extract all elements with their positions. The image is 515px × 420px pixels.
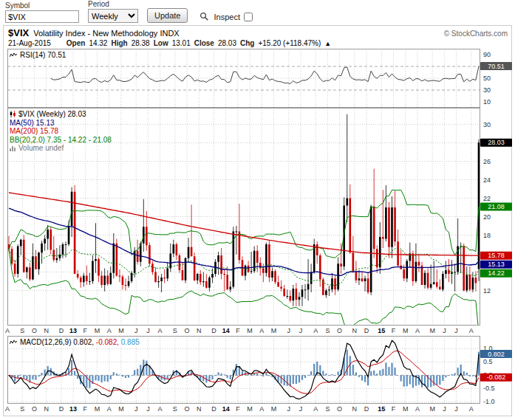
svg-text:M: M — [118, 327, 124, 334]
svg-text:A: A — [259, 327, 264, 334]
svg-text:N: N — [44, 327, 49, 334]
svg-text:S: S — [325, 327, 330, 334]
svg-text:J: J — [287, 327, 291, 334]
svg-text:A: A — [313, 405, 318, 413]
svg-text:30: 30 — [483, 86, 491, 94]
price-legend-symbol: $VIX (Weekly) 28.03 — [18, 110, 86, 118]
svg-text:O: O — [32, 327, 37, 334]
macd-hist-value: 0.885 — [121, 338, 140, 346]
svg-text:-0.5: -0.5 — [483, 385, 495, 392]
svg-text:O: O — [337, 405, 342, 413]
svg-text:50: 50 — [483, 75, 491, 82]
svg-text:12: 12 — [483, 287, 491, 295]
svg-text:M: M — [271, 327, 277, 334]
svg-text:D: D — [59, 327, 64, 334]
rsi-label: RSI(14) — [20, 51, 45, 59]
volume-bars-icon — [10, 145, 16, 151]
svg-text:-1.0: -1.0 — [483, 398, 495, 405]
svg-text:D: D — [211, 327, 216, 334]
svg-text:A: A — [313, 327, 318, 334]
svg-text:15.13: 15.13 — [488, 261, 505, 268]
svg-text:26: 26 — [483, 158, 491, 165]
svg-text:14.22: 14.22 — [488, 269, 505, 277]
svg-text:M: M — [95, 405, 100, 413]
indicator-line-icon — [10, 52, 18, 58]
svg-text:J: J — [299, 405, 303, 413]
svg-text:D: D — [364, 405, 369, 413]
svg-text:N: N — [197, 327, 202, 334]
svg-text:14: 14 — [222, 405, 230, 413]
svg-text:M: M — [403, 327, 409, 334]
svg-text:A: A — [107, 405, 112, 413]
svg-text:A: A — [415, 405, 420, 413]
svg-text:15.78: 15.78 — [488, 252, 505, 259]
svg-text:A: A — [107, 327, 112, 334]
svg-text:A: A — [259, 405, 264, 413]
chart-canvas: 121820222426283090705030101.00.50.0-0.5-… — [0, 0, 515, 420]
svg-text:M: M — [118, 405, 124, 413]
svg-text:F: F — [83, 405, 88, 413]
svg-text:20: 20 — [483, 213, 491, 221]
svg-text:S: S — [325, 405, 330, 413]
svg-text:24: 24 — [483, 176, 491, 184]
svg-text:S: S — [173, 327, 177, 334]
macd-label: MACD(12,26,9) — [20, 338, 71, 346]
svg-text:M: M — [403, 405, 409, 413]
svg-text:13: 13 — [69, 327, 77, 334]
svg-text:S: S — [173, 405, 177, 413]
indicator-line-icon — [10, 340, 18, 345]
svg-text:N: N — [352, 327, 358, 334]
svg-text:F: F — [392, 405, 396, 413]
price-legend-ma50: MA(50) 15.13 — [10, 119, 112, 128]
svg-text:A: A — [469, 327, 474, 334]
svg-text:D: D — [59, 405, 64, 413]
price-legend-bb: BB(20,2.0) 7.35 - 14.22 - 21.08 — [10, 136, 112, 145]
rsi-legend: RSI(14) 70.51 — [10, 51, 66, 60]
svg-text:S: S — [20, 405, 24, 413]
svg-text:J: J — [443, 405, 446, 413]
svg-text:J: J — [454, 327, 458, 334]
svg-text:J: J — [134, 405, 138, 413]
svg-text:0.5: 0.5 — [483, 358, 493, 365]
svg-text:O: O — [337, 327, 342, 334]
svg-text:O: O — [32, 405, 37, 413]
svg-text:F: F — [236, 405, 240, 413]
macd-signal-value: -0.082, — [96, 338, 119, 346]
svg-text:N: N — [197, 405, 202, 413]
candlestick-icon — [10, 111, 16, 117]
svg-text:-0.082: -0.082 — [487, 373, 506, 381]
svg-text:M: M — [429, 405, 435, 413]
svg-text:A: A — [5, 405, 10, 413]
svg-text:A: A — [469, 405, 474, 413]
svg-text:D: D — [211, 405, 216, 413]
svg-text:M: M — [429, 327, 435, 334]
svg-text:A: A — [158, 405, 163, 413]
svg-text:90: 90 — [483, 51, 491, 58]
svg-text:D: D — [364, 327, 369, 334]
svg-text:10: 10 — [483, 98, 491, 106]
svg-text:0.802: 0.802 — [488, 351, 505, 358]
svg-text:15: 15 — [378, 327, 385, 334]
rsi-value: 70.51 — [47, 51, 66, 59]
svg-text:J: J — [146, 405, 150, 413]
svg-text:J: J — [287, 405, 291, 413]
macd-legend: MACD(12,26,9) 0.802, -0.082, 0.885 — [10, 338, 140, 347]
svg-text:M: M — [247, 327, 253, 334]
svg-text:14: 14 — [222, 327, 230, 334]
svg-text:O: O — [185, 405, 190, 413]
svg-text:21.08: 21.08 — [488, 203, 505, 210]
svg-text:J: J — [134, 327, 138, 334]
svg-text:J: J — [299, 327, 303, 334]
stockcharts-app: Symbol Period Weekly Update Inspect 1218… — [0, 0, 515, 420]
svg-text:S: S — [20, 327, 24, 334]
svg-text:A: A — [5, 327, 10, 334]
svg-text:13: 13 — [69, 405, 77, 413]
svg-text:30: 30 — [483, 121, 491, 128]
svg-text:M: M — [247, 405, 253, 413]
svg-text:F: F — [83, 327, 88, 334]
svg-text:O: O — [185, 327, 190, 334]
svg-text:J: J — [443, 327, 446, 334]
svg-text:A: A — [158, 327, 163, 334]
svg-text:18: 18 — [483, 232, 491, 239]
svg-text:M: M — [271, 405, 277, 413]
